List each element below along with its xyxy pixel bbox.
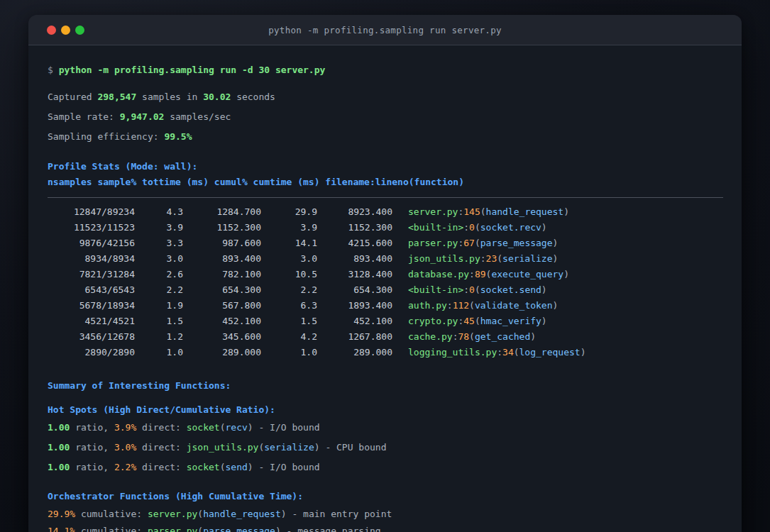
role-note: - message parsing bbox=[281, 526, 381, 532]
filename: crypto.py bbox=[408, 316, 458, 326]
cell-fileref: <built-in>:0(socket.recv) bbox=[392, 220, 723, 235]
captured-mid-label: samples in bbox=[136, 92, 203, 102]
cell-sample-pct: 3.9 bbox=[135, 220, 183, 235]
cell-nsamples: 9876/42156 bbox=[48, 235, 135, 251]
command-line: $ python -m profiling.sampling run -d 30… bbox=[48, 62, 723, 78]
captured-label: Captured bbox=[48, 92, 97, 102]
cell-cumtime: 1893.400 bbox=[317, 298, 392, 314]
cumulative-label: cumulative: bbox=[75, 526, 148, 532]
captured-samples-value: 298,547 bbox=[97, 92, 136, 102]
line-number: 34 bbox=[502, 347, 514, 358]
terminal-window: python -m profiling.sampling run server.… bbox=[28, 15, 742, 532]
punctuation: ) bbox=[563, 206, 569, 217]
orchestrator-line: 29.9% cumulative: server.py(handle_reque… bbox=[48, 506, 723, 522]
punctuation: ( bbox=[469, 300, 475, 311]
cell-nsamples: 3456/12678 bbox=[48, 329, 135, 345]
captured-suffix-label: seconds bbox=[231, 92, 275, 102]
punctuation: ) bbox=[530, 331, 536, 342]
target-name: socket bbox=[187, 462, 220, 472]
ratio-value: 1.00 bbox=[48, 462, 70, 472]
function-name: send bbox=[226, 462, 248, 472]
direct-label: direct: bbox=[136, 462, 186, 472]
line-number: 23 bbox=[486, 253, 497, 264]
function-name: parse_message bbox=[203, 526, 275, 532]
punctuation: ) bbox=[541, 222, 547, 233]
cell-cumtime: 1152.300 bbox=[317, 220, 392, 235]
title-bar[interactable]: python -m profiling.sampling run server.… bbox=[28, 15, 742, 45]
sample-rate-label: Sample rate: bbox=[48, 111, 120, 122]
hot-spot-line: 1.00 ratio, 3.0% direct: json_utils.py(s… bbox=[48, 440, 723, 455]
punctuation: : bbox=[447, 300, 453, 311]
cell-nsamples: 5678/18934 bbox=[48, 298, 135, 314]
cell-cumul-pct: 10.5 bbox=[261, 267, 317, 282]
function-name: parse_message bbox=[480, 238, 553, 248]
punctuation: ( bbox=[469, 331, 475, 342]
cell-tottime: 345.600 bbox=[183, 329, 261, 345]
line-number: 89 bbox=[475, 269, 486, 279]
punctuation: ) bbox=[314, 442, 320, 453]
cell-cumtime: 654.300 bbox=[317, 282, 392, 298]
punctuation: : bbox=[463, 222, 469, 233]
function-name: get_cached bbox=[475, 331, 530, 342]
function-name: serialize bbox=[502, 253, 552, 264]
target-name: socket bbox=[187, 422, 220, 433]
orchestrator-line: 14.1% cumulative: parser.py(parse_messag… bbox=[48, 523, 723, 532]
punctuation: ) bbox=[553, 253, 559, 264]
cell-nsamples: 7821/31284 bbox=[48, 267, 135, 282]
punctuation: ) bbox=[563, 269, 569, 279]
cell-fileref: cache.py:78(get_cached) bbox=[392, 329, 723, 345]
page-background: { "window": { "title": "python -m profil… bbox=[0, 0, 770, 532]
cumulative-pct-value: 14.1% bbox=[48, 526, 75, 532]
filename: parser.py bbox=[408, 238, 458, 248]
terminal-output: $ python -m profiling.sampling run -d 30… bbox=[28, 45, 742, 532]
captured-seconds-value: 30.02 bbox=[203, 92, 231, 102]
target-name: json_utils.py bbox=[187, 442, 259, 453]
cell-cumul-pct: 1.0 bbox=[261, 345, 317, 360]
cell-fileref: <built-in>:0(socket.send) bbox=[392, 282, 723, 298]
cell-cumtime: 893.400 bbox=[317, 251, 392, 267]
cell-cumul-pct: 3.0 bbox=[261, 251, 317, 267]
table-row: 2890/28901.0289.0001.0289.000logging_uti… bbox=[48, 345, 723, 360]
cell-fileref: database.py:89(execute_query) bbox=[392, 267, 723, 282]
bound-note: - I/O bound bbox=[253, 422, 320, 433]
line-number: 0 bbox=[469, 284, 475, 295]
role-note: - main entry point bbox=[287, 509, 392, 519]
cell-sample-pct: 1.0 bbox=[135, 345, 183, 360]
cell-tottime: 1284.700 bbox=[183, 204, 261, 220]
punctuation: ) bbox=[553, 238, 559, 248]
target-name: server.py bbox=[148, 509, 197, 519]
cell-tottime: 782.100 bbox=[183, 267, 261, 282]
cell-fileref: parser.py:67(parse_message) bbox=[392, 235, 723, 251]
table-row: 4521/45211.5452.1001.5452.100crypto.py:4… bbox=[48, 314, 723, 329]
cell-cumul-pct: 29.9 bbox=[261, 204, 317, 220]
direct-label: direct: bbox=[136, 422, 186, 433]
cell-cumul-pct: 4.2 bbox=[261, 329, 317, 345]
cell-tottime: 452.100 bbox=[183, 314, 261, 329]
cell-sample-pct: 2.6 bbox=[135, 267, 183, 282]
direct-label: direct: bbox=[136, 442, 186, 453]
target-name: parser.py bbox=[148, 526, 197, 532]
efficiency-line: Sampling efficiency: 99.5% bbox=[48, 129, 723, 145]
function-name: execute_query bbox=[491, 269, 563, 279]
table-row: 7821/312842.6782.10010.53128.400database… bbox=[48, 267, 723, 282]
cell-fileref: json_utils.py:23(serialize) bbox=[392, 251, 723, 267]
punctuation: ( bbox=[220, 422, 226, 433]
ratio-value: 1.00 bbox=[48, 422, 70, 433]
cumulative-pct-value: 29.9% bbox=[48, 509, 75, 519]
cell-sample-pct: 1.9 bbox=[135, 298, 183, 314]
cell-cumtime: 4215.600 bbox=[317, 235, 392, 251]
punctuation: ( bbox=[514, 347, 519, 358]
filename: auth.py bbox=[408, 300, 447, 311]
table-row: 6543/65432.2654.3002.2654.300<built-in>:… bbox=[48, 282, 723, 298]
cell-fileref: server.py:145(handle_request) bbox=[392, 204, 723, 220]
prompt-symbol: $ bbox=[48, 65, 59, 75]
function-name: handle_request bbox=[486, 206, 564, 217]
cell-nsamples: 6543/6543 bbox=[48, 282, 135, 298]
filename: database.py bbox=[408, 269, 469, 279]
punctuation: ) bbox=[248, 462, 253, 472]
function-name: recv bbox=[226, 422, 248, 433]
efficiency-label: Sampling efficiency: bbox=[48, 131, 164, 142]
line-number: 78 bbox=[458, 331, 469, 342]
cell-cumtime: 8923.400 bbox=[317, 204, 392, 220]
direct-pct-value: 3.9% bbox=[114, 422, 136, 433]
